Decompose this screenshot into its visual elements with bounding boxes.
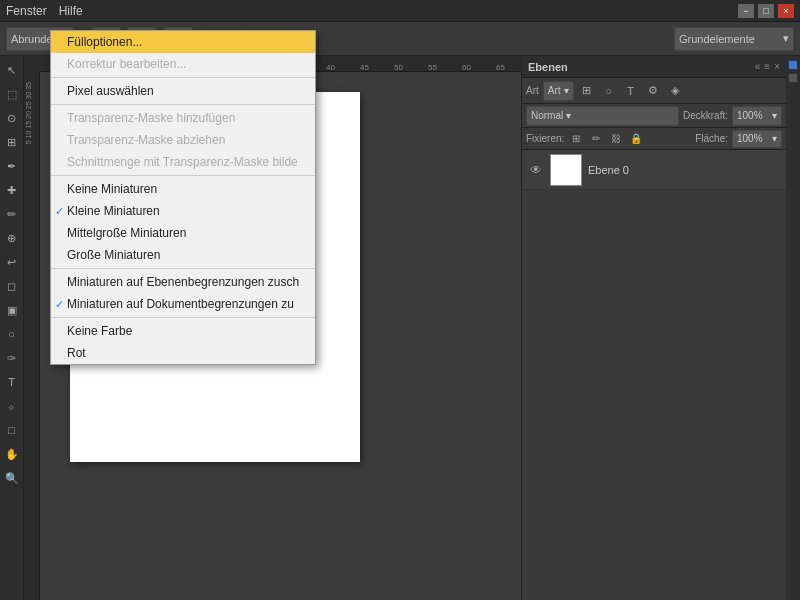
tool-lasso[interactable]: ⊙	[2, 108, 22, 128]
color-blue-swatch[interactable]	[788, 60, 798, 70]
ctx-label: Keine Miniaturen	[67, 182, 157, 196]
layer-visibility-icon[interactable]: 👁	[528, 162, 544, 178]
right-side-strip	[786, 56, 800, 600]
ctx-label: Transparenz-Maske hinzufügen	[67, 111, 235, 125]
filter-icon-2[interactable]: ○	[600, 82, 618, 100]
flaeche-value-text: 100%	[737, 133, 763, 144]
ctx-sep-3	[51, 175, 315, 176]
blend-mode-select[interactable]: Normal ▾	[526, 106, 679, 126]
ctx-label: Miniaturen auf Dokumentbegrenzungen zu	[67, 297, 294, 311]
ctx-item-pixel[interactable]: Pixel auswählen	[51, 80, 315, 102]
tool-eyedropper[interactable]: ✒	[2, 156, 22, 176]
fix-position-icon[interactable]: ⛓	[608, 131, 624, 147]
grundelemente-arrow: ▾	[783, 32, 789, 45]
ctx-item-large-mini[interactable]: Große Miniaturen	[51, 244, 315, 266]
tool-clone[interactable]: ⊕	[2, 228, 22, 248]
ctx-sep-1	[51, 77, 315, 78]
ctx-label: Pixel auswählen	[67, 84, 154, 98]
tool-shape[interactable]: □	[2, 420, 22, 440]
ctx-label: Fülloptionen...	[67, 35, 142, 49]
layers-filter-bar: Art Art ▾ ⊞ ○ T ⚙ ◈	[522, 78, 786, 104]
filter-type-label: Art	[548, 85, 561, 96]
ctx-sep-2	[51, 104, 315, 105]
filter-icon-1[interactable]: ⊞	[578, 82, 596, 100]
fix-label: Fixieren:	[526, 133, 564, 144]
ruler-mark-50: 50	[394, 63, 403, 72]
ctx-label: Rot	[67, 346, 86, 360]
blend-mode-label: Normal	[531, 110, 563, 121]
ctx-sep-4	[51, 268, 315, 269]
tool-path[interactable]: ⬦	[2, 396, 22, 416]
ctx-label: Große Miniaturen	[67, 248, 160, 262]
tool-gradient[interactable]: ▣	[2, 300, 22, 320]
ctx-label: Transparenz-Maske abziehen	[67, 133, 225, 147]
blend-mode-row: Normal ▾ Deckkraft: 100% ▾	[522, 104, 786, 128]
tool-hand[interactable]: ✋	[2, 444, 22, 464]
fix-pixel-icon[interactable]: ✏	[588, 131, 604, 147]
context-menu: Fülloptionen... Korrektur bearbeiten... …	[50, 30, 316, 365]
side-item-1	[788, 73, 798, 83]
panel-collapse-btn[interactable]: «	[755, 61, 761, 72]
ctx-item-no-color[interactable]: Keine Farbe	[51, 320, 315, 342]
filter-icon-3[interactable]: T	[622, 82, 640, 100]
tool-pen[interactable]: ✑	[2, 348, 22, 368]
opacity-value-text: 100%	[737, 110, 763, 121]
ctx-item-doc-bounds[interactable]: ✓ Miniaturen auf Dokumentbegrenzungen zu	[51, 293, 315, 315]
ruler-left: 5 10 15 20 25 30 35	[24, 72, 40, 600]
flaeche-input[interactable]: 100% ▾	[732, 130, 782, 148]
ctx-item-korrektur[interactable]: Korrektur bearbeiten...	[51, 53, 315, 75]
maximize-button[interactable]: □	[758, 4, 774, 18]
opacity-arrow: ▾	[772, 110, 777, 121]
ctx-label: Miniaturen auf Ebenenbegrenzungen zusch	[67, 275, 299, 289]
grundelemente-label: Grundelemente	[679, 33, 755, 45]
flaeche-label: Fläche:	[695, 133, 728, 144]
panel-close-btn[interactable]: ×	[774, 61, 780, 72]
tool-dodge[interactable]: ○	[2, 324, 22, 344]
panel-title: Ebenen	[528, 61, 568, 73]
panel-menu-btn[interactable]: ≡	[764, 61, 770, 72]
ctx-item-small-mini[interactable]: ✓ Kleine Miniaturen	[51, 200, 315, 222]
blend-mode-arrow: ▾	[566, 110, 571, 121]
filter-icon-4[interactable]: ⚙	[644, 82, 662, 100]
ctx-label: Kleine Miniaturen	[67, 204, 160, 218]
ctx-sep-5	[51, 317, 315, 318]
tool-zoom[interactable]: 🔍	[2, 468, 22, 488]
close-button[interactable]: ×	[778, 4, 794, 18]
filter-icon-5[interactable]: ◈	[666, 82, 684, 100]
tool-history[interactable]: ↩	[2, 252, 22, 272]
panel-header: Ebenen « ≡ ×	[522, 56, 786, 78]
ctx-label: Schnittmenge mit Transparenz-Maske bilde	[67, 155, 298, 169]
fix-all-icon[interactable]: 🔒	[628, 131, 644, 147]
ctx-item-trans-add[interactable]: Transparenz-Maske hinzufügen	[51, 107, 315, 129]
ctx-item-trans-intersect[interactable]: Schnittmenge mit Transparenz-Maske bilde	[51, 151, 315, 173]
grundelemente-dropdown[interactable]: Grundelemente ▾	[674, 27, 794, 51]
tool-crop[interactable]: ⊞	[2, 132, 22, 152]
fix-transparent-icon[interactable]: ⊞	[568, 131, 584, 147]
ctx-item-red[interactable]: Rot	[51, 342, 315, 364]
tool-eraser[interactable]: ◻	[2, 276, 22, 296]
ruler-mark-40: 40	[326, 63, 335, 72]
ctx-item-no-mini[interactable]: Keine Miniaturen	[51, 178, 315, 200]
tool-move[interactable]: ↖	[2, 60, 22, 80]
ctx-item-medium-mini[interactable]: Mittelgroße Miniaturen	[51, 222, 315, 244]
menu-hilfe[interactable]: Hilfe	[59, 4, 83, 18]
tool-heal[interactable]: ✚	[2, 180, 22, 200]
filter-type-select[interactable]: Art ▾	[543, 81, 574, 101]
opacity-label: Deckkraft:	[683, 110, 728, 121]
ctx-item-fuelloptionen[interactable]: Fülloptionen...	[51, 31, 315, 53]
tool-marquee[interactable]: ⬚	[2, 84, 22, 104]
menu-fenster[interactable]: Fenster	[6, 4, 47, 18]
minimize-button[interactable]: −	[738, 4, 754, 18]
ctx-check-doc: ✓	[55, 298, 64, 311]
ruler-left-marks: 5 10 15 20 25 30 35	[25, 82, 32, 144]
ruler-mark-60: 60	[462, 63, 471, 72]
layer-row[interactable]: 👁 Ebene 0	[522, 150, 786, 190]
filter-label: Art	[526, 85, 539, 96]
ruler-mark-65: 65	[496, 63, 505, 72]
tool-brush[interactable]: ✏	[2, 204, 22, 224]
ctx-item-trans-sub[interactable]: Transparenz-Maske abziehen	[51, 129, 315, 151]
filter-arrow: ▾	[564, 85, 569, 96]
ctx-item-layer-bounds[interactable]: Miniaturen auf Ebenenbegrenzungen zusch	[51, 271, 315, 293]
tool-text[interactable]: T	[2, 372, 22, 392]
opacity-input[interactable]: 100% ▾	[732, 106, 782, 126]
